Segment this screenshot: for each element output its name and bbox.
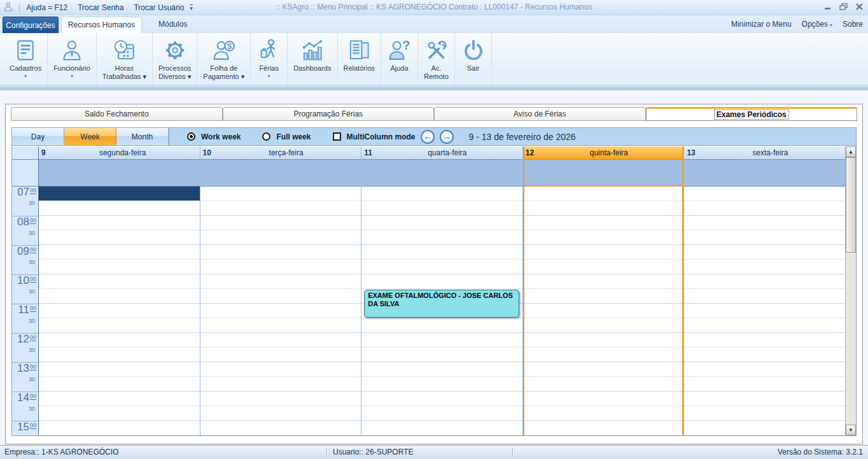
day-grid[interactable] [39, 187, 200, 435]
time-cell[interactable] [523, 333, 684, 348]
time-cell[interactable] [39, 274, 200, 289]
tab-programacao-ferias[interactable]: Programação Férias [223, 107, 435, 121]
time-cell[interactable] [39, 421, 200, 435]
time-cell[interactable] [361, 201, 522, 216]
qat-item-trocar-senha[interactable]: Trocar Senha [78, 3, 123, 12]
time-cell[interactable] [200, 392, 361, 406]
time-cell[interactable] [39, 216, 200, 230]
time-cell[interactable] [684, 289, 845, 304]
vertical-scrollbar[interactable]: ▲ ▼ [845, 146, 856, 435]
time-cell[interactable] [523, 392, 684, 406]
time-cell[interactable] [200, 230, 361, 245]
time-cell[interactable] [684, 304, 845, 318]
multicolumn-checkbox[interactable]: MultiColumn mode [333, 132, 416, 141]
time-cell[interactable] [684, 377, 845, 392]
time-cell[interactable] [684, 333, 845, 348]
time-cell[interactable] [39, 406, 200, 421]
time-cell[interactable] [684, 260, 845, 274]
time-cell[interactable] [200, 377, 361, 392]
all-day-area[interactable] [200, 160, 361, 187]
time-cell[interactable] [39, 245, 200, 260]
close-icon[interactable] [854, 3, 864, 11]
all-day-area[interactable] [684, 160, 845, 187]
time-cell[interactable] [39, 377, 200, 392]
time-cell[interactable] [523, 304, 684, 318]
time-cell[interactable] [684, 392, 845, 406]
ribbon-button-funcionario[interactable]: Funcionário▾ [48, 33, 96, 85]
time-cell[interactable] [684, 318, 845, 333]
time-cell[interactable] [39, 289, 200, 304]
time-cell[interactable] [523, 318, 684, 333]
view-button-month[interactable]: Month [116, 128, 169, 145]
day-header-quarta-feira[interactable]: 11quarta-feira [361, 146, 522, 160]
time-cell[interactable] [684, 421, 845, 435]
time-cell[interactable] [361, 274, 522, 289]
time-cell[interactable] [200, 245, 361, 260]
time-cell[interactable] [523, 377, 684, 392]
time-cell[interactable] [200, 348, 361, 362]
ribbon-link-opcoes[interactable]: Opções▾ [802, 20, 832, 29]
time-cell[interactable] [361, 406, 522, 421]
ribbon-tab-modulos[interactable]: Módulos [147, 17, 199, 33]
time-cell[interactable] [684, 216, 845, 230]
checkbox-box[interactable] [333, 132, 341, 141]
scroll-up-icon[interactable]: ▲ [846, 146, 856, 157]
time-cell[interactable] [523, 260, 684, 274]
time-cell[interactable] [361, 216, 522, 230]
time-cell[interactable] [523, 216, 684, 230]
day-grid[interactable] [523, 187, 684, 435]
time-cell[interactable] [200, 201, 361, 216]
day-grid[interactable]: EXAME OFTALMOLÓGICO - JOSE CARLOS DA SIL… [361, 187, 522, 435]
scroll-down-icon[interactable]: ▼ [846, 425, 856, 435]
time-cell[interactable] [200, 304, 361, 318]
ribbon-link-sobre[interactable]: Sobre [843, 20, 863, 29]
time-cell[interactable] [39, 348, 200, 362]
time-cell[interactable] [39, 318, 200, 333]
time-cell[interactable] [523, 274, 684, 289]
time-cell[interactable] [523, 348, 684, 362]
radio-full-week[interactable]: Full week [262, 132, 311, 141]
qat-item-trocar-usuario[interactable]: Trocar Usuário [134, 3, 184, 12]
ribbon-tab-configuracoes[interactable]: Configurações [3, 17, 59, 33]
time-cell[interactable] [684, 201, 845, 216]
time-cell[interactable] [523, 201, 684, 216]
day-header-quinta-feira[interactable]: 12quinta-feira [523, 146, 684, 160]
time-cell[interactable] [523, 406, 684, 421]
time-cell[interactable] [361, 392, 522, 406]
radio-circle[interactable] [187, 132, 195, 141]
time-cell[interactable] [361, 260, 522, 274]
time-cell[interactable] [684, 245, 845, 260]
time-cell[interactable] [200, 406, 361, 421]
scrollbar-thumb[interactable] [846, 157, 856, 253]
tab-saldo-fechamento[interactable]: Saldo Fechamento [11, 107, 223, 121]
time-cell[interactable] [200, 187, 361, 201]
day-header-terca-feira[interactable]: 10terça-feira [200, 146, 361, 160]
time-cell[interactable] [200, 333, 361, 348]
restore-icon[interactable] [838, 3, 848, 11]
ribbon-button-ferias[interactable]: Férias▾ [251, 33, 288, 85]
ribbon-button-ajuda[interactable]: ?Ajuda [381, 33, 418, 85]
minimize-icon[interactable] [822, 3, 832, 11]
time-cell[interactable] [684, 406, 845, 421]
time-cell[interactable] [200, 216, 361, 230]
appointment[interactable]: EXAME OFTALMOLÓGICO - JOSE CARLOS DA SIL… [364, 290, 519, 318]
time-cell[interactable] [200, 274, 361, 289]
time-cell[interactable] [361, 333, 522, 348]
time-cell[interactable] [684, 230, 845, 245]
ribbon-button-cadastros[interactable]: Cadastros▾ [4, 33, 48, 85]
time-cell[interactable] [39, 392, 200, 406]
time-cell[interactable] [523, 289, 684, 304]
time-cell[interactable] [361, 318, 522, 333]
day-grid[interactable] [200, 187, 361, 435]
time-cell[interactable] [361, 230, 522, 245]
time-cell[interactable] [361, 421, 522, 435]
time-cell[interactable] [39, 333, 200, 348]
selected-time-cell[interactable] [39, 187, 200, 201]
time-cell[interactable] [361, 348, 522, 362]
time-cell[interactable] [684, 187, 845, 201]
time-cell[interactable] [523, 187, 684, 201]
time-cell[interactable] [523, 421, 684, 435]
previous-week-button[interactable]: ← [421, 130, 435, 144]
ribbon-button-folha-de-pagamento[interactable]: $Folha dePagamento ▾ [197, 33, 251, 85]
time-cell[interactable] [200, 318, 361, 333]
